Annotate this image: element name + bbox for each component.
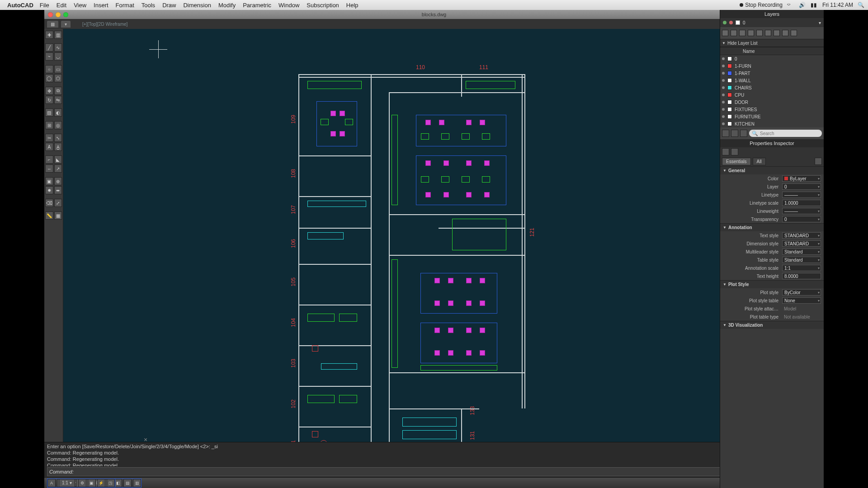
- prop-layer[interactable]: 0▾: [782, 183, 821, 190]
- menu-format[interactable]: Format: [112, 2, 138, 9]
- stop-recording-button[interactable]: Stop Recording: [740, 2, 783, 8]
- trim-tool[interactable]: ✂: [45, 134, 53, 142]
- prop-anno-scale[interactable]: 1:1▾: [782, 265, 821, 271]
- layer-state-icon[interactable]: [722, 30, 728, 36]
- menu-subscription[interactable]: Subscription: [303, 2, 343, 9]
- polygon-tool[interactable]: ⬠: [54, 74, 62, 82]
- erase-tool[interactable]: ⌫: [45, 199, 53, 207]
- gradient-tool[interactable]: ◐: [54, 108, 62, 117]
- layer-props-icon[interactable]: [791, 30, 797, 36]
- table-tool[interactable]: ▦: [54, 211, 62, 220]
- layer-search[interactable]: 🔍: [749, 130, 822, 137]
- prop-dim-style[interactable]: STANDARD▾: [782, 240, 821, 247]
- menu-edit[interactable]: Edit: [53, 2, 70, 9]
- layer-freeze-icon[interactable]: [739, 30, 745, 36]
- hw-icon[interactable]: ⚡: [97, 479, 105, 487]
- tab-all[interactable]: All: [753, 158, 766, 165]
- new-layer-icon[interactable]: [722, 130, 729, 137]
- annoscale-icon[interactable]: A: [47, 479, 56, 487]
- dimension-tool[interactable]: ↔: [45, 164, 53, 173]
- prop-linetype[interactable]: ———▾: [782, 192, 821, 198]
- spotlight-icon[interactable]: 🔍: [858, 2, 864, 8]
- mtext-tool[interactable]: A̲: [54, 143, 62, 151]
- close-window-button[interactable]: [48, 12, 53, 17]
- prop-table-style[interactable]: Standard▾: [782, 257, 821, 263]
- menu-tools[interactable]: Tools: [138, 2, 159, 9]
- transparency-toggle[interactable]: ◧: [114, 479, 122, 487]
- rectangle-tool[interactable]: ▭: [54, 65, 62, 73]
- move-tool[interactable]: ✥: [45, 87, 53, 95]
- layer-prev-icon[interactable]: [774, 30, 780, 36]
- ws-icon[interactable]: ▣: [88, 479, 96, 487]
- layout-tab-icon[interactable]: ▦: [47, 21, 58, 28]
- arc-tool[interactable]: ◡: [54, 52, 62, 61]
- block-tool[interactable]: ▣: [45, 177, 53, 185]
- ellipse-tool[interactable]: ◯: [45, 74, 53, 82]
- layer-lock-icon[interactable]: [756, 30, 763, 36]
- toolpalette-tool[interactable]: ▥: [54, 31, 62, 39]
- circle-tool[interactable]: ○: [45, 65, 53, 73]
- layer-iso-icon[interactable]: [731, 30, 737, 36]
- menu-dimension[interactable]: Dimension: [179, 2, 214, 9]
- volume-icon[interactable]: 🔊: [799, 2, 806, 8]
- command-prompt[interactable]: Command:: [47, 467, 821, 476]
- layer-match-icon[interactable]: [765, 30, 771, 36]
- layer-name-header[interactable]: Name: [736, 49, 800, 54]
- section-annotation[interactable]: Annotation: [720, 224, 824, 231]
- wifi-icon[interactable]: ⌔: [787, 2, 794, 8]
- layer-on-header-icon[interactable]: [802, 48, 807, 54]
- tab-essentials[interactable]: Essentials: [722, 158, 751, 165]
- measure-tool[interactable]: 📏: [45, 211, 53, 220]
- cmd-close-icon[interactable]: ×: [144, 436, 147, 443]
- clock[interactable]: Fri 11:42 AM: [822, 2, 853, 8]
- layer-bullet-header-icon[interactable]: [722, 48, 727, 54]
- rotate-tool[interactable]: ↻: [45, 96, 53, 104]
- layer-lock-header-icon[interactable]: [816, 48, 822, 54]
- mirror-tool[interactable]: ⇋: [54, 96, 62, 104]
- prop-text-style[interactable]: STANDARD▾: [782, 232, 821, 239]
- copy-tool[interactable]: ⧉: [54, 87, 62, 95]
- scale-tool[interactable]: ⤢: [54, 199, 62, 207]
- prop-plot-table[interactable]: None▾: [782, 297, 821, 304]
- hatch-tool[interactable]: ▨: [45, 108, 53, 117]
- polyline-tool[interactable]: ∿: [54, 43, 62, 52]
- layer-freeze-header-icon[interactable]: [809, 48, 815, 54]
- layer-options-icon[interactable]: [740, 130, 747, 137]
- chamfer-tool[interactable]: ◣: [54, 155, 62, 164]
- prop-text-height[interactable]: 8.0000: [782, 273, 821, 279]
- quick-select-icon[interactable]: [722, 148, 729, 155]
- join-tool[interactable]: ⬌: [54, 186, 62, 194]
- layer-list-toggle-row[interactable]: ▼ Hide Layer List: [720, 39, 824, 47]
- menu-parametric[interactable]: Parametric: [239, 2, 275, 9]
- offset-tool[interactable]: ◎: [54, 121, 62, 129]
- sc-toggle[interactable]: ▥: [133, 479, 141, 487]
- prop-transparency[interactable]: 0▾: [782, 216, 821, 222]
- prop-color[interactable]: ByLayer▾: [782, 175, 821, 182]
- prop-plot-style[interactable]: ByColor▾: [782, 289, 821, 296]
- layout-dropdown-icon[interactable]: ▾: [61, 21, 71, 28]
- drawing-canvas[interactable]: E N S W TOP WCS ▾ 110: [63, 29, 824, 442]
- properties-tool[interactable]: ✚: [45, 31, 53, 39]
- leader-tool[interactable]: ↗: [54, 164, 62, 173]
- annotation-scale[interactable]: 1:1 ▾: [59, 479, 75, 487]
- explode-tool[interactable]: ✸: [45, 186, 53, 194]
- menu-view[interactable]: View: [70, 2, 90, 9]
- layer-list[interactable]: 0 1-FURN 1-PART 1-WALL CHAIRS CPU DOOR F…: [720, 55, 824, 127]
- qp-toggle[interactable]: ▤: [123, 479, 132, 487]
- layer-off-icon[interactable]: [748, 30, 754, 36]
- layer-search-input[interactable]: [760, 131, 819, 136]
- section-general[interactable]: General: [720, 167, 824, 174]
- prop-lweight[interactable]: ———▾: [782, 208, 821, 214]
- menu-insert[interactable]: Insert: [90, 2, 112, 9]
- text-tool[interactable]: A: [45, 143, 53, 151]
- menu-help[interactable]: Help: [343, 2, 362, 9]
- pick-add-icon[interactable]: [731, 148, 738, 155]
- props-settings-icon[interactable]: [815, 158, 822, 165]
- layer-walk-icon[interactable]: [782, 30, 788, 36]
- current-layer-row[interactable]: 0 ▾: [720, 18, 824, 27]
- insert-tool[interactable]: ⊕: [54, 177, 62, 185]
- annovis-icon[interactable]: ⚙: [78, 479, 86, 487]
- prop-ml-style[interactable]: Standard▾: [782, 249, 821, 255]
- array-tool[interactable]: ⊞: [45, 121, 53, 129]
- line-tool[interactable]: ╱: [45, 43, 53, 52]
